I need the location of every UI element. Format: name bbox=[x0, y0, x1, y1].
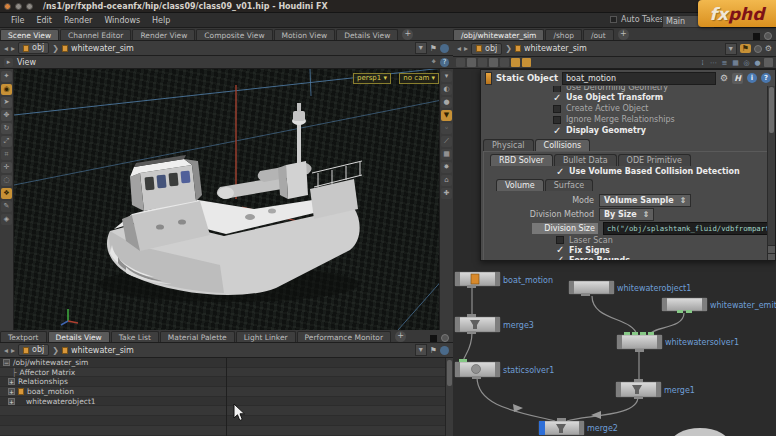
wire-option-icon[interactable]: ● bbox=[441, 97, 452, 108]
pin-flag-icon[interactable]: ⚑ bbox=[740, 44, 751, 53]
link-icon[interactable] bbox=[440, 44, 449, 53]
translate-tool-icon[interactable]: ✥ bbox=[1, 110, 12, 121]
tab-take-list[interactable]: Take List bbox=[111, 331, 159, 342]
expand-icon[interactable]: + bbox=[8, 388, 15, 395]
camera-persp-selector[interactable]: persp1 ▾ bbox=[353, 73, 391, 84]
net-tool-active2-icon[interactable] bbox=[522, 58, 531, 67]
ghost-option-icon[interactable]: ▼ bbox=[441, 110, 452, 121]
add-tab-icon[interactable]: + bbox=[618, 29, 629, 40]
net-tool-icon[interactable] bbox=[478, 58, 487, 67]
camera-selector[interactable]: no cam ▾ bbox=[399, 73, 439, 84]
check-ignore-merge-relationships[interactable]: Ignore Merge Relationships bbox=[481, 114, 775, 125]
network-gear-icon[interactable]: ⚙ bbox=[765, 44, 772, 53]
breadcrumb-context[interactable]: obj bbox=[471, 43, 502, 55]
details-scrollbar[interactable] bbox=[445, 358, 453, 436]
tree-row-whitewaterobject1[interactable]: + whitewaterobject1 bbox=[0, 397, 226, 407]
tree-row-root[interactable]: − /obj/whitewater_sim bbox=[0, 358, 226, 368]
breadcrumb-context[interactable]: obj bbox=[18, 344, 49, 356]
shade-option-icon[interactable]: ◐ bbox=[441, 84, 452, 95]
check-fix-signs[interactable]: ✓ Fix Signs bbox=[484, 245, 772, 255]
net-frame-icon[interactable] bbox=[764, 58, 773, 67]
tab-details-view-top[interactable]: Details View bbox=[336, 29, 398, 40]
breadcrumb-node[interactable]: whitewater_sim bbox=[71, 44, 412, 53]
pane-menu-icon[interactable] bbox=[441, 334, 449, 342]
snap-tool-icon[interactable]: ◌ bbox=[1, 175, 12, 186]
net-view-menu-icon[interactable]: ≡ bbox=[720, 59, 729, 67]
check-display-geometry[interactable]: ✓ Display Geometry bbox=[481, 125, 775, 136]
tab-volume[interactable]: Volume bbox=[496, 179, 544, 191]
houdini-icon[interactable]: H bbox=[732, 73, 743, 84]
division-size-field[interactable]: ch("/obj/splashtank_fluid/vdbfromparticl… bbox=[603, 222, 772, 235]
tree-row-relationships[interactable]: + Relationships bbox=[0, 377, 226, 387]
node-whitewatersolver1[interactable]: whitewatersolver1 bbox=[617, 332, 739, 352]
net-view-dots-icon[interactable]: ⋯ bbox=[709, 59, 718, 67]
breadcrumb-context[interactable]: obj bbox=[18, 42, 49, 54]
tab-details-view[interactable]: Details View bbox=[48, 331, 110, 342]
misc-option-icon[interactable]: ✚ bbox=[441, 188, 452, 199]
pane-maximize-icon[interactable] bbox=[753, 33, 760, 40]
tab-physical[interactable]: Physical bbox=[483, 139, 534, 151]
net-view-grid-icon[interactable]: ▦ bbox=[731, 59, 740, 67]
handles-tool-icon[interactable]: ✛ bbox=[1, 162, 12, 173]
path-dropdown-icon[interactable]: ▾ bbox=[415, 344, 427, 356]
tab-material-palette[interactable]: Material Palette bbox=[160, 331, 235, 342]
node-name-field[interactable]: boat_motion bbox=[562, 72, 716, 85]
tool-icon[interactable]: ✦ bbox=[1, 71, 12, 82]
pin-flag-icon[interactable]: ⚑ bbox=[430, 44, 437, 53]
path-dropdown-icon[interactable]: ▾ bbox=[725, 43, 737, 55]
check-force-bounds[interactable]: ✓ Force Bounds bbox=[484, 255, 772, 261]
viewport-canvas[interactable] bbox=[14, 69, 439, 330]
forward-icon[interactable]: ▸ bbox=[11, 44, 15, 53]
check-laser-scan[interactable]: Laser Scan bbox=[484, 235, 772, 245]
breadcrumb-node[interactable]: whitewater_sim bbox=[524, 44, 722, 53]
division-method-dropdown[interactable]: By Size ⇕ bbox=[599, 208, 654, 221]
auto-takes-control[interactable]: Auto Takes bbox=[610, 15, 664, 24]
check-create-active-object[interactable]: Create Active Object bbox=[481, 103, 775, 114]
expand-icon[interactable]: + bbox=[8, 378, 15, 385]
back-icon[interactable]: ◂ bbox=[457, 44, 461, 53]
pin-flag-icon[interactable]: ⚑ bbox=[430, 346, 437, 355]
back-icon[interactable]: ◂ bbox=[4, 346, 8, 355]
tab-rbd-solver[interactable]: RBD Solver bbox=[490, 154, 553, 166]
camera-option-icon[interactable]: ⌂ bbox=[441, 175, 452, 186]
forward-icon[interactable]: ▸ bbox=[464, 44, 468, 53]
gear-icon[interactable]: ⚙ bbox=[720, 73, 728, 83]
parameter-scrollbar[interactable] bbox=[767, 86, 775, 261]
mode-dropdown[interactable]: Volume Sample ⇕ bbox=[599, 194, 691, 207]
window-maximize-button[interactable] bbox=[26, 3, 33, 10]
back-icon[interactable]: ◂ bbox=[4, 44, 8, 53]
expand-icon[interactable]: + bbox=[8, 398, 15, 405]
node-merge1[interactable]: merge1 bbox=[616, 379, 695, 399]
light-option-icon[interactable]: ✸ bbox=[441, 162, 452, 173]
forward-icon[interactable]: ▸ bbox=[11, 346, 15, 355]
sync-icon[interactable] bbox=[754, 45, 762, 53]
grid-option-icon[interactable]: ▦ bbox=[441, 149, 452, 160]
tree-row-boat-motion[interactable]: + boat_motion bbox=[0, 387, 226, 397]
pane-maximize-icon[interactable] bbox=[430, 335, 437, 342]
tab-obj-whitewater-sim[interactable]: /obj/whitewater_sim bbox=[453, 29, 544, 40]
tab-motion-view[interactable]: Motion View bbox=[274, 29, 336, 40]
window-close-button[interactable] bbox=[4, 3, 11, 10]
net-view-target-icon[interactable]: ◎ bbox=[742, 59, 751, 67]
view-tool-icon[interactable]: ▸ bbox=[4, 58, 13, 67]
points-option-icon[interactable]: ◦ bbox=[441, 123, 452, 134]
tab-performance-monitor[interactable]: Performance Monitor bbox=[297, 331, 391, 342]
scale-tool-icon[interactable]: ⤢ bbox=[1, 136, 12, 147]
node-boat-motion[interactable]: boat_motion bbox=[455, 272, 553, 288]
pane-menu-icon[interactable] bbox=[764, 32, 772, 40]
help-icon[interactable]: ? bbox=[761, 73, 771, 83]
column-divider[interactable] bbox=[226, 358, 227, 436]
node-merge3[interactable]: merge3 bbox=[455, 314, 534, 334]
misc-tool2-icon[interactable]: ◈ bbox=[1, 214, 12, 225]
menu-windows[interactable]: Windows bbox=[99, 15, 145, 26]
node-badge-partial[interactable] bbox=[670, 428, 730, 436]
node-whitewaterobject1[interactable]: whitewaterobject1 bbox=[569, 281, 691, 296]
menu-edit[interactable]: Edit bbox=[31, 15, 57, 26]
tab-light-linker[interactable]: Light Linker bbox=[236, 331, 296, 342]
check-use-object-transform[interactable]: ✓ Use Object Transform bbox=[481, 92, 775, 103]
net-tool-icon[interactable] bbox=[456, 58, 465, 67]
viewport-help-icon[interactable]: ? bbox=[440, 58, 449, 67]
menu-render[interactable]: Render bbox=[59, 15, 97, 26]
net-tool-active-icon[interactable] bbox=[511, 58, 520, 67]
tab-surface[interactable]: Surface bbox=[545, 179, 593, 191]
